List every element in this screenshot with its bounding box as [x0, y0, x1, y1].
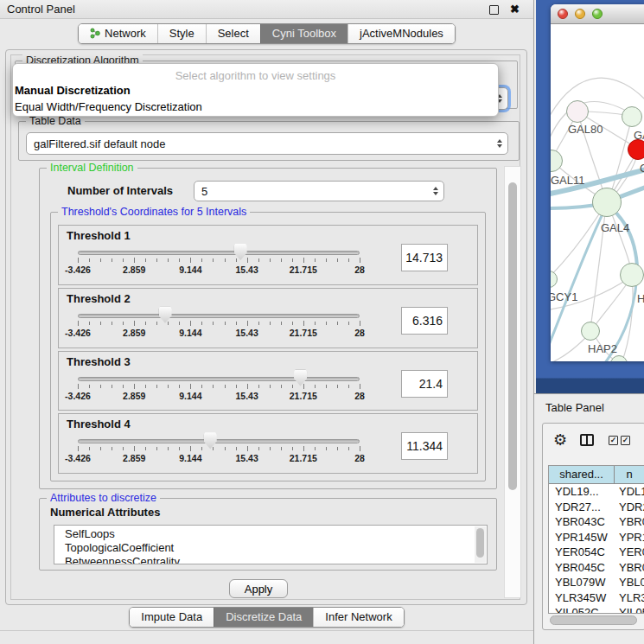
close-window-icon[interactable]	[558, 9, 568, 19]
slider-tick	[78, 258, 79, 263]
cell-shared-name[interactable]: YDL19...	[549, 484, 615, 500]
cell-name[interactable]: YER054C	[615, 545, 644, 560]
threshold-slider[interactable]: -3.4262.8599.14415.4321.71528	[78, 372, 360, 408]
tab-style[interactable]: Style	[157, 24, 206, 43]
threshold-value-field[interactable]: 11.344	[401, 432, 448, 460]
tab-network[interactable]: Network	[79, 24, 157, 43]
network-node[interactable]	[622, 106, 642, 127]
cell-shared-name[interactable]: YIL052C	[549, 605, 615, 614]
tab-impute-data[interactable]: Impute Data	[130, 608, 214, 627]
slider-track[interactable]	[78, 251, 360, 255]
apply-button[interactable]: Apply	[229, 579, 288, 598]
cell-shared-name[interactable]: YPR145W	[549, 530, 615, 545]
cell-name[interactable]: YBL079W	[615, 575, 644, 590]
minimize-window-icon[interactable]	[575, 9, 585, 19]
network-window[interactable]: GAL80GACGAL11GAL4GCY1HHAP2	[551, 4, 644, 361]
discretize-settings-panel: Discretization Algorithm Table Data galF…	[10, 54, 520, 600]
list-scrollbar[interactable]	[475, 526, 486, 563]
table-row[interactable]: YDR27...YDR27...	[549, 500, 644, 515]
algorithm-option[interactable]: Manual Discretization	[13, 82, 498, 99]
select-all-icon[interactable]: ✓	[621, 436, 630, 445]
slider-tick	[112, 258, 112, 262]
cell-shared-name[interactable]: YBR043C	[549, 514, 615, 530]
attributes-group: Attributes to discretize Numerical Attri…	[39, 498, 497, 571]
cell-shared-name[interactable]: YBL079W	[549, 575, 615, 590]
select-columns-icon[interactable]: ✓	[609, 436, 618, 445]
cell-name[interactable]: YIL052C	[615, 605, 644, 614]
axis-tick-label: 15.43	[235, 328, 258, 338]
cell-shared-name[interactable]: YLR345W	[549, 590, 615, 606]
table-data-combo[interactable]: galFiltered.sif default node	[26, 132, 508, 155]
slider-thumb[interactable]	[294, 370, 307, 386]
threshold-value-field[interactable]: 21.4	[401, 370, 448, 398]
network-node[interactable]	[581, 322, 600, 341]
tab-select[interactable]: Select	[206, 24, 260, 43]
cell-name[interactable]: YPR145W	[615, 530, 644, 545]
network-node[interactable]	[620, 263, 644, 287]
table-row[interactable]: YLR345WYLR345W	[549, 590, 644, 606]
cell-name[interactable]: YLR345W	[615, 590, 644, 606]
threshold-slider[interactable]: -3.4262.8599.14415.4321.71528	[78, 245, 360, 282]
slider-track[interactable]	[78, 314, 360, 318]
slider-tick	[225, 447, 226, 450]
close-panel-icon[interactable]: ✖	[510, 3, 520, 16]
cell-name[interactable]: YBR045C	[615, 560, 644, 576]
attribute-list-item[interactable]: BetweennessCentrality	[65, 555, 487, 564]
axis-tick-label: 21.715	[290, 453, 317, 463]
threshold-slider[interactable]: -3.4262.8599.14415.4321.71528	[78, 309, 360, 345]
axis-tick-label: 2.859	[123, 265, 145, 275]
threshold-slider[interactable]: -3.4262.8599.14415.4321.71528	[78, 434, 360, 470]
cell-shared-name[interactable]: YBR045C	[549, 560, 615, 576]
threshold-value-field[interactable]: 14.713	[401, 244, 448, 271]
attributes-listbox[interactable]: SelfLoopsTopologicalCoefficientBetweenne…	[54, 525, 488, 564]
slider-track[interactable]	[78, 377, 360, 381]
cell-name[interactable]: YBR043C	[615, 514, 644, 530]
float-panel-icon[interactable]	[489, 5, 499, 15]
algorithm-placeholder-option[interactable]: Select algorithm to view settings	[13, 69, 498, 82]
threshold-value-field[interactable]: 6.316	[401, 307, 448, 335]
table-row[interactable]: YER054CYER054C	[549, 545, 644, 560]
axis-tick-label: 28	[354, 265, 365, 275]
axis-tick-label: -3.426	[65, 391, 91, 401]
table-row[interactable]: YDL19...YDL19...	[549, 484, 644, 500]
table-hscrollbar-thumb[interactable]	[550, 615, 637, 625]
network-node[interactable]	[592, 188, 622, 217]
slider-thumb[interactable]	[159, 307, 172, 323]
cell-shared-name[interactable]: YDR27...	[549, 500, 615, 515]
tab-cyni-toolbox[interactable]: Cyni Toolbox	[260, 24, 348, 43]
attribute-list-item[interactable]: TopologicalCoefficient	[65, 541, 487, 555]
table-horizontal-scrollbar[interactable]	[550, 615, 640, 625]
settings-scrollbar-thumb[interactable]	[508, 182, 517, 490]
slider-tick	[123, 385, 124, 388]
table-row[interactable]: YIL052CYIL052C	[549, 605, 644, 614]
threshold-panels: Threshold 1-3.4262.8599.14415.4321.71528…	[58, 225, 478, 474]
tab-jactivemnodules[interactable]: jActiveMNodules	[348, 24, 455, 43]
table-row[interactable]: YBL079WYBL079W	[549, 575, 644, 590]
tab-discretize-data[interactable]: Discretize Data	[214, 608, 313, 627]
network-node[interactable]	[566, 100, 589, 123]
table-row[interactable]: YBR045CYBR045C	[549, 560, 644, 576]
tab-infer-network[interactable]: Infer Network	[313, 608, 403, 627]
slider-thumb[interactable]	[204, 432, 217, 449]
number-of-intervals-combo[interactable]: 5	[194, 181, 444, 201]
attribute-list-item[interactable]: SelfLoops	[65, 527, 487, 541]
slider-tick	[145, 322, 146, 325]
network-canvas[interactable]: GAL80GACGAL11GAL4GCY1HHAP2	[551, 25, 644, 361]
columns-icon[interactable]	[580, 434, 594, 446]
cell-name[interactable]: YDR27...	[615, 500, 644, 515]
axis-tick-label: -3.426	[65, 453, 91, 463]
gear-icon[interactable]: ⚙	[553, 431, 567, 449]
cell-shared-name[interactable]: YER054C	[549, 545, 615, 560]
cell-name[interactable]: YDL19...	[615, 484, 644, 500]
list-scrollbar-thumb[interactable]	[476, 528, 484, 558]
table-row[interactable]: YPR145WYPR145W	[549, 530, 644, 545]
table-row[interactable]: YBR043CYBR043C	[549, 514, 644, 530]
column-header-name[interactable]: n	[615, 466, 644, 484]
slider-track[interactable]	[78, 439, 360, 443]
column-header-shared-name[interactable]: shared...	[549, 466, 615, 484]
slider-tick	[360, 446, 360, 451]
algorithm-option[interactable]: Equal Width/Frequency Discretization	[13, 99, 498, 115]
zoom-window-icon[interactable]	[592, 9, 603, 19]
settings-scrollbar[interactable]	[504, 166, 521, 598]
network-node[interactable]	[628, 139, 644, 160]
